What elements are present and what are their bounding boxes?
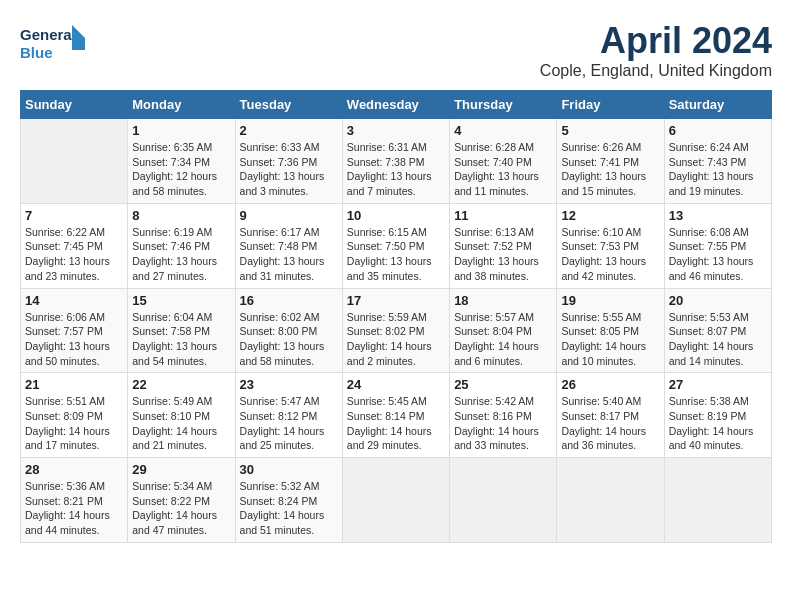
week-row-4: 28 Sunrise: 5:36 AMSunset: 8:21 PMDaylig… xyxy=(21,458,772,543)
calendar-table: SundayMondayTuesdayWednesdayThursdayFrid… xyxy=(20,90,772,543)
day-info: Sunrise: 6:08 AMSunset: 7:55 PMDaylight:… xyxy=(669,226,754,282)
day-info: Sunrise: 5:51 AMSunset: 8:09 PMDaylight:… xyxy=(25,395,110,451)
day-number: 27 xyxy=(669,377,767,392)
day-number: 17 xyxy=(347,293,445,308)
day-number: 10 xyxy=(347,208,445,223)
calendar-cell xyxy=(21,119,128,204)
day-info: Sunrise: 6:24 AMSunset: 7:43 PMDaylight:… xyxy=(669,141,754,197)
day-number: 12 xyxy=(561,208,659,223)
day-info: Sunrise: 6:31 AMSunset: 7:38 PMDaylight:… xyxy=(347,141,432,197)
day-info: Sunrise: 5:49 AMSunset: 8:10 PMDaylight:… xyxy=(132,395,217,451)
day-number: 6 xyxy=(669,123,767,138)
day-number: 26 xyxy=(561,377,659,392)
day-header-friday: Friday xyxy=(557,91,664,119)
day-info: Sunrise: 6:19 AMSunset: 7:46 PMDaylight:… xyxy=(132,226,217,282)
day-number: 20 xyxy=(669,293,767,308)
calendar-cell xyxy=(450,458,557,543)
calendar-cell: 4 Sunrise: 6:28 AMSunset: 7:40 PMDayligh… xyxy=(450,119,557,204)
logo: GeneralBlue xyxy=(20,20,90,65)
calendar-cell: 10 Sunrise: 6:15 AMSunset: 7:50 PMDaylig… xyxy=(342,203,449,288)
day-header-tuesday: Tuesday xyxy=(235,91,342,119)
week-row-1: 7 Sunrise: 6:22 AMSunset: 7:45 PMDayligh… xyxy=(21,203,772,288)
svg-text:Blue: Blue xyxy=(20,44,53,61)
day-info: Sunrise: 6:04 AMSunset: 7:58 PMDaylight:… xyxy=(132,311,217,367)
calendar-cell: 8 Sunrise: 6:19 AMSunset: 7:46 PMDayligh… xyxy=(128,203,235,288)
svg-text:General: General xyxy=(20,26,76,43)
day-info: Sunrise: 6:35 AMSunset: 7:34 PMDaylight:… xyxy=(132,141,217,197)
svg-rect-3 xyxy=(72,38,85,50)
day-info: Sunrise: 6:15 AMSunset: 7:50 PMDaylight:… xyxy=(347,226,432,282)
day-number: 13 xyxy=(669,208,767,223)
calendar-cell: 18 Sunrise: 5:57 AMSunset: 8:04 PMDaylig… xyxy=(450,288,557,373)
calendar-cell xyxy=(664,458,771,543)
calendar-cell: 11 Sunrise: 6:13 AMSunset: 7:52 PMDaylig… xyxy=(450,203,557,288)
day-header-thursday: Thursday xyxy=(450,91,557,119)
day-info: Sunrise: 6:06 AMSunset: 7:57 PMDaylight:… xyxy=(25,311,110,367)
calendar-cell: 13 Sunrise: 6:08 AMSunset: 7:55 PMDaylig… xyxy=(664,203,771,288)
calendar-cell: 30 Sunrise: 5:32 AMSunset: 8:24 PMDaylig… xyxy=(235,458,342,543)
day-info: Sunrise: 6:26 AMSunset: 7:41 PMDaylight:… xyxy=(561,141,646,197)
calendar-cell: 26 Sunrise: 5:40 AMSunset: 8:17 PMDaylig… xyxy=(557,373,664,458)
logo-icon: GeneralBlue xyxy=(20,20,90,65)
day-info: Sunrise: 5:32 AMSunset: 8:24 PMDaylight:… xyxy=(240,480,325,536)
calendar-cell: 28 Sunrise: 5:36 AMSunset: 8:21 PMDaylig… xyxy=(21,458,128,543)
day-info: Sunrise: 6:02 AMSunset: 8:00 PMDaylight:… xyxy=(240,311,325,367)
calendar-cell: 14 Sunrise: 6:06 AMSunset: 7:57 PMDaylig… xyxy=(21,288,128,373)
day-number: 2 xyxy=(240,123,338,138)
calendar-cell: 24 Sunrise: 5:45 AMSunset: 8:14 PMDaylig… xyxy=(342,373,449,458)
day-header-wednesday: Wednesday xyxy=(342,91,449,119)
day-number: 7 xyxy=(25,208,123,223)
calendar-cell: 2 Sunrise: 6:33 AMSunset: 7:36 PMDayligh… xyxy=(235,119,342,204)
day-info: Sunrise: 5:40 AMSunset: 8:17 PMDaylight:… xyxy=(561,395,646,451)
day-info: Sunrise: 5:38 AMSunset: 8:19 PMDaylight:… xyxy=(669,395,754,451)
day-info: Sunrise: 6:33 AMSunset: 7:36 PMDaylight:… xyxy=(240,141,325,197)
day-number: 24 xyxy=(347,377,445,392)
day-header-monday: Monday xyxy=(128,91,235,119)
calendar-cell: 17 Sunrise: 5:59 AMSunset: 8:02 PMDaylig… xyxy=(342,288,449,373)
week-row-0: 1 Sunrise: 6:35 AMSunset: 7:34 PMDayligh… xyxy=(21,119,772,204)
day-number: 29 xyxy=(132,462,230,477)
calendar-cell: 12 Sunrise: 6:10 AMSunset: 7:53 PMDaylig… xyxy=(557,203,664,288)
day-info: Sunrise: 5:42 AMSunset: 8:16 PMDaylight:… xyxy=(454,395,539,451)
calendar-cell: 27 Sunrise: 5:38 AMSunset: 8:19 PMDaylig… xyxy=(664,373,771,458)
day-number: 5 xyxy=(561,123,659,138)
calendar-cell: 3 Sunrise: 6:31 AMSunset: 7:38 PMDayligh… xyxy=(342,119,449,204)
calendar-cell: 22 Sunrise: 5:49 AMSunset: 8:10 PMDaylig… xyxy=(128,373,235,458)
day-info: Sunrise: 6:10 AMSunset: 7:53 PMDaylight:… xyxy=(561,226,646,282)
week-row-2: 14 Sunrise: 6:06 AMSunset: 7:57 PMDaylig… xyxy=(21,288,772,373)
main-title: April 2024 xyxy=(540,20,772,62)
day-number: 1 xyxy=(132,123,230,138)
subtitle: Cople, England, United Kingdom xyxy=(540,62,772,80)
day-number: 30 xyxy=(240,462,338,477)
day-info: Sunrise: 5:47 AMSunset: 8:12 PMDaylight:… xyxy=(240,395,325,451)
day-number: 9 xyxy=(240,208,338,223)
day-info: Sunrise: 6:13 AMSunset: 7:52 PMDaylight:… xyxy=(454,226,539,282)
day-info: Sunrise: 5:59 AMSunset: 8:02 PMDaylight:… xyxy=(347,311,432,367)
day-number: 28 xyxy=(25,462,123,477)
calendar-cell: 25 Sunrise: 5:42 AMSunset: 8:16 PMDaylig… xyxy=(450,373,557,458)
calendar-cell: 6 Sunrise: 6:24 AMSunset: 7:43 PMDayligh… xyxy=(664,119,771,204)
calendar-cell: 21 Sunrise: 5:51 AMSunset: 8:09 PMDaylig… xyxy=(21,373,128,458)
day-number: 22 xyxy=(132,377,230,392)
day-number: 11 xyxy=(454,208,552,223)
calendar-cell: 23 Sunrise: 5:47 AMSunset: 8:12 PMDaylig… xyxy=(235,373,342,458)
day-info: Sunrise: 6:17 AMSunset: 7:48 PMDaylight:… xyxy=(240,226,325,282)
title-area: April 2024 Cople, England, United Kingdo… xyxy=(540,20,772,80)
calendar-cell: 16 Sunrise: 6:02 AMSunset: 8:00 PMDaylig… xyxy=(235,288,342,373)
day-info: Sunrise: 5:36 AMSunset: 8:21 PMDaylight:… xyxy=(25,480,110,536)
calendar-cell: 1 Sunrise: 6:35 AMSunset: 7:34 PMDayligh… xyxy=(128,119,235,204)
day-header-sunday: Sunday xyxy=(21,91,128,119)
day-number: 19 xyxy=(561,293,659,308)
day-info: Sunrise: 6:28 AMSunset: 7:40 PMDaylight:… xyxy=(454,141,539,197)
day-number: 14 xyxy=(25,293,123,308)
day-number: 15 xyxy=(132,293,230,308)
day-info: Sunrise: 6:22 AMSunset: 7:45 PMDaylight:… xyxy=(25,226,110,282)
header-area: GeneralBlue April 2024 Cople, England, U… xyxy=(20,20,772,80)
day-number: 21 xyxy=(25,377,123,392)
calendar-cell xyxy=(342,458,449,543)
day-number: 23 xyxy=(240,377,338,392)
calendar-cell: 15 Sunrise: 6:04 AMSunset: 7:58 PMDaylig… xyxy=(128,288,235,373)
day-number: 16 xyxy=(240,293,338,308)
day-number: 25 xyxy=(454,377,552,392)
day-header-saturday: Saturday xyxy=(664,91,771,119)
